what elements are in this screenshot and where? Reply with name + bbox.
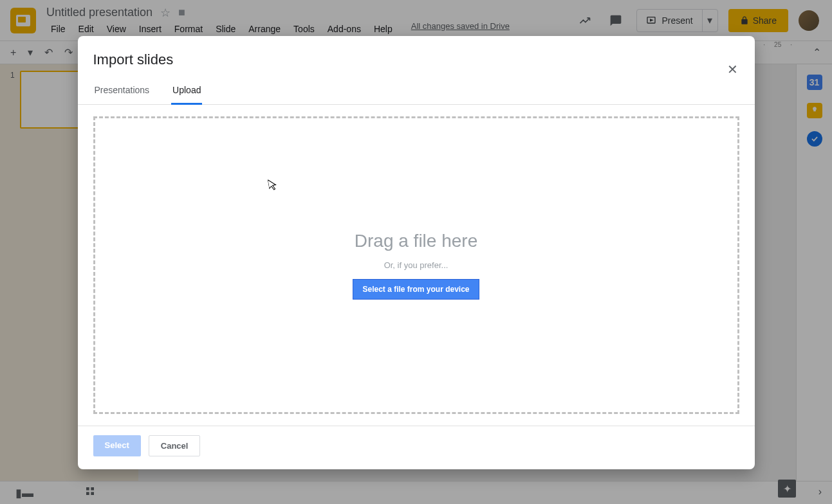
tab-presentations[interactable]: Presentations: [93, 78, 151, 104]
select-file-button[interactable]: Select a file from your device: [353, 279, 479, 300]
select-button[interactable]: Select: [93, 435, 141, 456]
close-icon[interactable]: ✕: [723, 58, 742, 81]
cancel-button[interactable]: Cancel: [149, 435, 201, 456]
import-slides-dialog: Import slides Presentations Upload Drag …: [78, 36, 755, 469]
modal-overlay[interactable]: Import slides Presentations Upload Drag …: [0, 0, 832, 504]
dialog-title: Import slides: [93, 51, 739, 68]
drop-text: Drag a file here: [355, 231, 477, 251]
tab-upload[interactable]: Upload: [171, 78, 202, 105]
dialog-tabs: Presentations Upload: [78, 68, 755, 105]
drop-subtext: Or, if you prefer...: [384, 260, 448, 270]
file-dropzone[interactable]: Drag a file here Or, if you prefer... Se…: [93, 116, 739, 414]
